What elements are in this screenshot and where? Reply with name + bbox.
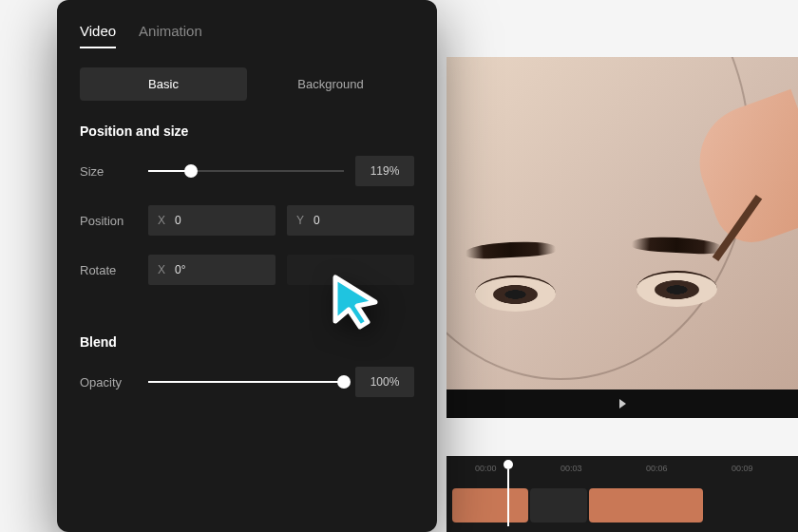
timeline-ruler[interactable]: 00:00 00:03 00:06 00:09 bbox=[446, 456, 798, 483]
position-y-value: 0 bbox=[314, 214, 320, 227]
rotate-y-input[interactable] bbox=[287, 255, 414, 285]
timeline-clips bbox=[446, 483, 798, 528]
play-icon[interactable] bbox=[619, 399, 626, 408]
position-x-value: 0 bbox=[175, 214, 181, 227]
main-tabs: Video Animation bbox=[80, 23, 414, 48]
position-x-prefix: X bbox=[158, 214, 165, 227]
ruler-mark: 00:06 bbox=[646, 464, 668, 473]
video-content bbox=[446, 57, 798, 390]
rotate-x-value: 0° bbox=[175, 263, 185, 276]
preview-area bbox=[446, 57, 798, 418]
playhead-icon[interactable] bbox=[504, 460, 513, 469]
playhead-line[interactable] bbox=[507, 469, 509, 526]
position-y-prefix: Y bbox=[296, 214, 304, 227]
clip[interactable] bbox=[530, 488, 587, 522]
sub-tabs: Basic Background bbox=[80, 67, 414, 101]
opacity-label: Opacity bbox=[80, 375, 137, 390]
clip[interactable] bbox=[452, 488, 528, 522]
opacity-row: Opacity 100% bbox=[80, 367, 414, 397]
position-y-input[interactable]: Y 0 bbox=[287, 205, 414, 236]
ruler-mark: 00:03 bbox=[560, 464, 582, 473]
section-title-blend: Blend bbox=[80, 334, 414, 350]
preview-controls bbox=[446, 390, 798, 418]
tab-animation[interactable]: Animation bbox=[139, 23, 202, 48]
subtab-background[interactable]: Background bbox=[247, 67, 414, 101]
position-x-input[interactable]: X 0 bbox=[148, 205, 276, 236]
rotate-x-prefix: X bbox=[158, 263, 165, 276]
properties-panel: Video Animation Basic Background Positio… bbox=[57, 0, 437, 532]
opacity-slider[interactable] bbox=[148, 372, 344, 391]
clip[interactable] bbox=[589, 488, 703, 522]
size-slider[interactable] bbox=[148, 162, 344, 180]
ruler-mark: 00:00 bbox=[475, 464, 497, 473]
size-row: Size 119% bbox=[80, 156, 414, 186]
ruler-mark: 00:09 bbox=[732, 464, 753, 473]
subtab-basic[interactable]: Basic bbox=[80, 67, 247, 101]
rotate-x-input[interactable]: X 0° bbox=[148, 255, 276, 285]
size-value[interactable]: 119% bbox=[355, 156, 414, 186]
opacity-value[interactable]: 100% bbox=[355, 367, 414, 397]
position-row: Position X 0 Y 0 bbox=[80, 205, 414, 236]
preview-canvas[interactable] bbox=[446, 57, 798, 390]
rotate-row: Rotate X 0° bbox=[80, 255, 414, 285]
size-label: Size bbox=[80, 164, 137, 179]
section-title-position: Position and size bbox=[80, 124, 414, 139]
tab-video[interactable]: Video bbox=[80, 23, 116, 48]
timeline: 00:00 00:03 00:06 00:09 bbox=[446, 456, 798, 532]
position-label: Position bbox=[80, 214, 137, 228]
rotate-label: Rotate bbox=[80, 263, 137, 277]
